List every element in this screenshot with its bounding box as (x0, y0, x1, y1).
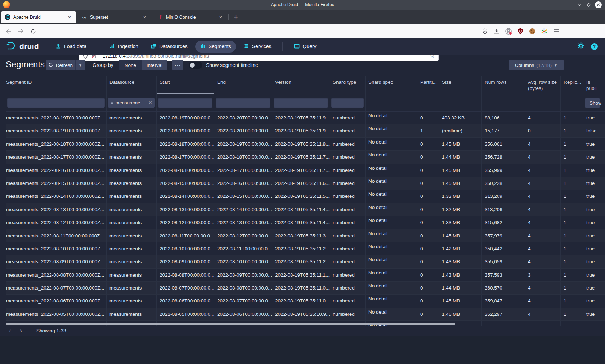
cell-segment-id[interactable]: measurements_2022-08-17T00:00:00.000Z... (6, 151, 106, 163)
cell-partiti[interactable]: 0 (417, 308, 439, 320)
cell-start[interactable]: 2022-08-12T00:00:00.0... (156, 216, 214, 229)
cell-size[interactable]: 1.45 MB (439, 229, 481, 242)
reload-icon[interactable] (28, 26, 38, 36)
column-header-segment-id[interactable]: Segment ID (6, 76, 106, 94)
cell-avg-row-size-bytes[interactable]: 3 (525, 269, 560, 281)
cell-avg-row-size-bytes[interactable]: 4 (525, 255, 560, 268)
cell-end[interactable]: 2022-08-06T00:00:00.0... (214, 308, 272, 320)
cell-version[interactable]: 2022-08-19T05:35:11.5... (272, 190, 330, 203)
cell-datasource[interactable]: measurements (106, 255, 156, 268)
cell-start[interactable]: 2022-08-16T00:00:00.0... (156, 164, 214, 177)
column-header-end[interactable]: End (214, 76, 272, 94)
cell-replic[interactable]: 1 (560, 242, 583, 255)
is-published-filter-button[interactable]: Show (585, 98, 600, 108)
cell-shard-type[interactable]: numbered (330, 308, 365, 320)
cell-datasource[interactable]: measurements (106, 269, 156, 281)
cell-num-rows[interactable]: 350,228 (481, 177, 525, 190)
downloads-icon[interactable] (493, 27, 501, 35)
cell-replic[interactable]: 1 (560, 203, 583, 216)
cell-partiti[interactable]: 0 (417, 282, 439, 294)
cell-avg-row-size-bytes[interactable]: 4 (525, 112, 560, 124)
cell-partiti[interactable]: 0 (417, 164, 439, 177)
cell-start[interactable]: 2022-08-07T00:00:00.0... (156, 282, 214, 294)
cell-shard-type[interactable]: numbered (330, 112, 365, 124)
cell-end[interactable]: 2022-08-20T00:00:00.0... (214, 112, 272, 124)
tab-close-icon[interactable]: ✕ (142, 14, 148, 20)
cell-shard-type[interactable]: numbered (330, 190, 365, 203)
forward-icon[interactable] (16, 26, 26, 36)
cell-end[interactable]: 2022-08-18T00:00:00.0... (214, 151, 272, 163)
extension-account-icon[interactable] (505, 27, 512, 35)
cell-size[interactable]: 403.32 KB (439, 112, 481, 124)
cell-replic[interactable]: 1 (560, 295, 583, 307)
cell-num-rows[interactable]: 355,999 (481, 164, 525, 177)
cell-end[interactable]: 2022-08-20T00:00:00.0... (214, 124, 272, 137)
cell-partiti[interactable]: 0 (417, 216, 439, 229)
cell-shard-type[interactable]: numbered (330, 151, 365, 163)
cell-datasource[interactable]: measurements (106, 190, 156, 203)
cell-datasource[interactable]: measurements (106, 177, 156, 190)
cell-num-rows[interactable]: 357,979 (481, 229, 525, 242)
cell-version[interactable]: 2022-08-19T05:35:11.8... (272, 138, 330, 150)
cell-is-publi[interactable]: true (583, 216, 601, 229)
cell-num-rows[interactable]: 88,106 (481, 112, 525, 124)
cell-version[interactable]: 2022-08-19T05:35:11.6... (272, 177, 330, 190)
cell-num-rows[interactable]: 313,209 (481, 190, 525, 203)
cell-avg-row-size-bytes[interactable]: 4 (525, 203, 560, 216)
pocket-shield-icon[interactable] (481, 27, 489, 35)
cell-replic[interactable]: 1 (560, 282, 583, 294)
cell-replic[interactable]: 1 (560, 177, 583, 190)
cell-num-rows[interactable]: 352,297 (481, 308, 525, 320)
new-tab-button[interactable]: + (231, 13, 241, 22)
cell-partiti[interactable]: 0 (417, 269, 439, 281)
cell-shard-spec[interactable]: No detail (365, 242, 417, 255)
column-header-shard-spec[interactable]: Shard spec (365, 76, 417, 94)
column-header-num-rows[interactable]: Num rows (481, 76, 525, 94)
cell-datasource[interactable]: measurements (106, 124, 156, 137)
cell-size[interactable]: (realtime) (439, 124, 481, 137)
group-by-interval-button[interactable]: Interval (142, 60, 167, 70)
cell-size[interactable]: 1.43 MB (439, 255, 481, 268)
cell-version[interactable]: 2022-08-19T05:35:11.4... (272, 203, 330, 216)
menu-hamburger-icon[interactable] (553, 27, 561, 35)
cell-segment-id[interactable]: measurements_2022-08-09T00:00:00.000Z... (6, 255, 106, 268)
cell-datasource[interactable]: measurements (106, 151, 156, 163)
close-icon[interactable] (595, 1, 602, 8)
cell-num-rows[interactable]: 313,206 (481, 203, 525, 216)
tab-minio-console[interactable]: MinIO Console ✕ (154, 11, 227, 23)
nav-item-ingestion[interactable]: Ingestion (104, 41, 143, 53)
cell-partiti[interactable]: 0 (417, 177, 439, 190)
multicolor-asterisk-icon[interactable] (540, 27, 548, 35)
cell-version[interactable]: 2022-08-19T05:35:11.7... (272, 151, 330, 163)
cell-start[interactable]: 2022-08-13T00:00:00.0... (156, 203, 214, 216)
cell-avg-row-size-bytes[interactable]: 4 (525, 164, 560, 177)
cell-start[interactable]: 2022-08-09T00:00:00.0... (156, 255, 214, 268)
cell-replic[interactable]: 1 (560, 190, 583, 203)
filter-input-shard-type[interactable] (331, 98, 364, 108)
cell-shard-spec[interactable]: No detail (365, 138, 417, 150)
cell-end[interactable]: 2022-08-14T00:00:00.0... (214, 203, 272, 216)
cell-shard-spec[interactable]: No detail (365, 151, 417, 163)
cell-is-publi[interactable]: true (583, 138, 601, 150)
cell-replic[interactable]: 1 (560, 308, 583, 320)
segment-timeline-toggle[interactable] (189, 62, 202, 69)
cell-shard-spec[interactable]: No detail (365, 308, 417, 320)
cell-shard-spec[interactable]: No detail (365, 124, 417, 137)
cell-segment-id[interactable]: measurements_2022-08-16T00:00:00.000Z... (6, 164, 106, 177)
column-header-size[interactable]: Size (439, 76, 481, 94)
cell-segment-id[interactable]: measurements_2022-08-06T00:00:00.000Z... (6, 295, 106, 307)
cell-shard-spec[interactable]: No detail (365, 269, 417, 281)
cell-shard-type[interactable]: numbered (330, 138, 365, 150)
cell-segment-id[interactable]: measurements_2022-08-05T00:00:00.000Z... (6, 308, 106, 320)
minimize-icon[interactable] (576, 1, 583, 8)
cell-partiti[interactable]: 1 (417, 124, 439, 137)
cell-is-publi[interactable]: true (583, 308, 601, 320)
cell-is-publi[interactable]: true (583, 295, 601, 307)
cell-shard-spec[interactable]: No detail (365, 216, 417, 229)
cell-end[interactable]: 2022-08-07T00:00:00.0... (214, 295, 272, 307)
cell-partiti[interactable]: 0 (417, 190, 439, 203)
refresh-dropdown-button[interactable]: ▼ (75, 60, 85, 70)
tab-close-icon[interactable]: ✕ (218, 14, 224, 20)
cell-shard-spec[interactable]: No detail (365, 164, 417, 177)
column-header-partiti[interactable]: Partiti... (417, 76, 439, 94)
